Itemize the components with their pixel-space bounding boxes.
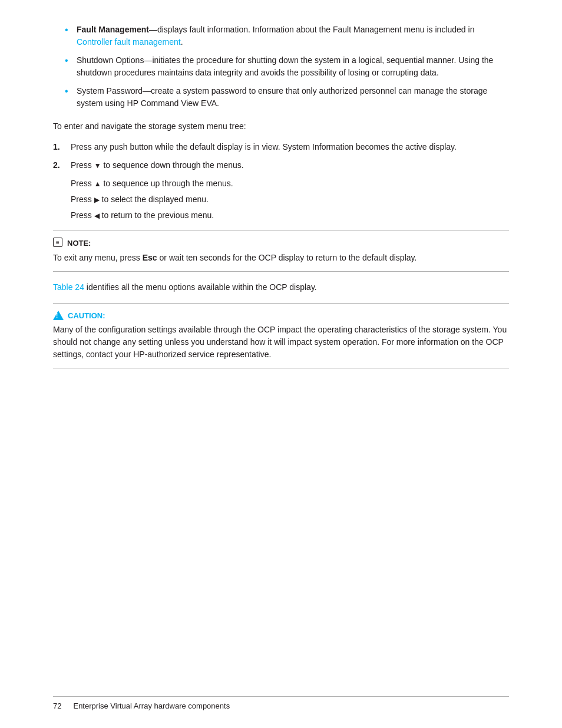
sub-step-2: Press ▶ to select the displayed menu. bbox=[71, 193, 509, 206]
footer-title-text: Enterprise Virtual Array hardware compon… bbox=[73, 701, 230, 710]
sub-step-1: Press ▲ to sequence up through the menus… bbox=[71, 177, 509, 190]
step-2-text-after: to sequence down through the menus. bbox=[101, 160, 244, 170]
right-arrow-icon: ▶ bbox=[94, 196, 100, 204]
step-2: 2. Press ▼ to sequence down through the … bbox=[53, 159, 509, 172]
sub-step-2-before: Press bbox=[71, 195, 94, 204]
note-label: NOTE: bbox=[67, 239, 91, 248]
note-text: To exit any menu, press Esc or wait ten … bbox=[53, 252, 509, 264]
sub-step-2-after: to select the displayed menu. bbox=[100, 195, 209, 204]
note-header: ≡ NOTE: bbox=[53, 238, 509, 248]
list-item-shutdown: Shutdown Options—initiates the procedure… bbox=[65, 54, 509, 79]
reference-paragraph: Table 24 identifies all the menu options… bbox=[53, 281, 509, 294]
list-item-password: System Password—create a system password… bbox=[65, 85, 509, 110]
note-text-after: or wait ten seconds for the OCP display … bbox=[157, 253, 417, 262]
page: Fault Management—displays fault informat… bbox=[0, 0, 562, 728]
note-text-before: To exit any menu, press bbox=[53, 253, 143, 262]
fault-text-bold: Fault Management bbox=[77, 25, 149, 34]
ordered-steps: 1. Press any push button while the defau… bbox=[53, 141, 509, 222]
caution-header: CAUTION: bbox=[53, 311, 509, 320]
note-icon-inner: ≡ bbox=[53, 238, 62, 247]
step-1-num: 1. bbox=[53, 141, 71, 153]
step-2-text-before: Press bbox=[71, 160, 94, 170]
footer: 72 Enterprise Virtual Array hardware com… bbox=[53, 696, 509, 710]
list-item-fault: Fault Management—displays fault informat… bbox=[65, 24, 509, 48]
sub-step-3-after: to return to the previous menu. bbox=[100, 210, 214, 220]
fault-text-middle: displays fault information. Information … bbox=[157, 25, 475, 34]
step-1-text: Press any push button while the default … bbox=[71, 141, 509, 153]
password-text: System Password—create a system password… bbox=[77, 86, 487, 108]
fault-management-link[interactable]: Controller fault management bbox=[77, 37, 181, 47]
sub-step-1-after: to sequence up through the menus. bbox=[101, 179, 233, 188]
sub-step-3-before: Press bbox=[71, 210, 94, 220]
step-2-content: Press ▼ to sequence down through the men… bbox=[71, 159, 509, 172]
caution-box: CAUTION: Many of the configuration setti… bbox=[53, 303, 509, 368]
sub-step-1-before: Press bbox=[71, 179, 94, 188]
caution-triangle-icon bbox=[53, 311, 64, 320]
step-2-num: 2. bbox=[53, 159, 71, 172]
note-icon: ≡ bbox=[53, 238, 64, 248]
fault-text-after: . bbox=[181, 37, 183, 47]
table-24-link[interactable]: Table 24 bbox=[53, 282, 84, 292]
fault-emdash: — bbox=[149, 25, 157, 34]
caution-text: Many of the configuration settings avail… bbox=[53, 324, 509, 361]
reference-text-after: identifies all the menu options availabl… bbox=[84, 282, 317, 292]
caution-label: CAUTION: bbox=[68, 311, 105, 320]
intro-paragraph: To enter and navigate the storage system… bbox=[53, 120, 509, 133]
note-esc-bold: Esc bbox=[143, 253, 157, 262]
down-arrow-icon: ▼ bbox=[94, 162, 101, 170]
bullet-list: Fault Management—displays fault informat… bbox=[53, 24, 509, 110]
footer-page-number: 72 bbox=[53, 701, 61, 710]
shutdown-text: Shutdown Options—initiates the procedure… bbox=[77, 55, 493, 77]
note-box: ≡ NOTE: To exit any menu, press Esc or w… bbox=[53, 230, 509, 272]
sub-step-3: Press ◀ to return to the previous menu. bbox=[71, 209, 509, 222]
up-arrow-icon: ▲ bbox=[94, 180, 101, 188]
left-arrow-icon: ◀ bbox=[94, 212, 100, 220]
step-1: 1. Press any push button while the defau… bbox=[53, 141, 509, 153]
sub-steps: Press ▲ to sequence up through the menus… bbox=[71, 177, 509, 222]
